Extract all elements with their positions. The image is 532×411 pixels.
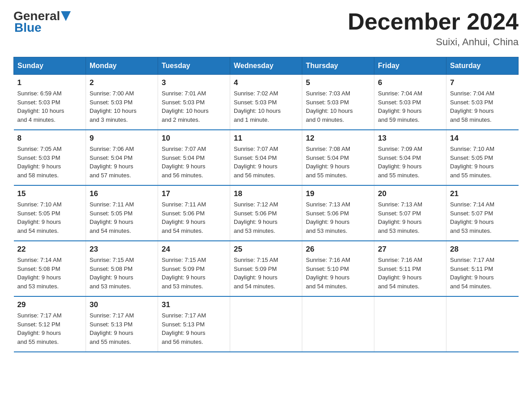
- calendar-cell: 22Sunrise: 7:14 AM Sunset: 5:08 PM Dayli…: [14, 241, 86, 296]
- month-title: December 2024: [348, 9, 519, 34]
- day-info: Sunrise: 7:17 AM Sunset: 5:13 PM Dayligh…: [90, 311, 154, 346]
- calendar-week-row: 29Sunrise: 7:17 AM Sunset: 5:12 PM Dayli…: [14, 296, 519, 352]
- calendar-cell: 20Sunrise: 7:13 AM Sunset: 5:07 PM Dayli…: [374, 185, 446, 241]
- calendar-cell: 26Sunrise: 7:16 AM Sunset: 5:10 PM Dayli…: [302, 241, 374, 296]
- day-number: 30: [90, 300, 154, 309]
- day-info: Sunrise: 7:11 AM Sunset: 5:06 PM Dayligh…: [162, 200, 226, 235]
- svg-marker-0: [61, 11, 71, 21]
- calendar-cell: 18Sunrise: 7:12 AM Sunset: 5:06 PM Dayli…: [230, 185, 302, 241]
- day-number: 20: [378, 189, 442, 198]
- day-number: 31: [162, 300, 226, 309]
- logo-triangle-icon: [61, 11, 71, 21]
- day-info: Sunrise: 7:14 AM Sunset: 5:07 PM Dayligh…: [450, 200, 515, 235]
- title-area: December 2024 Suixi, Anhui, China: [348, 9, 519, 48]
- day-info: Sunrise: 7:15 AM Sunset: 5:09 PM Dayligh…: [162, 256, 226, 291]
- day-number: 24: [162, 245, 226, 254]
- calendar-cell: 29Sunrise: 7:17 AM Sunset: 5:12 PM Dayli…: [14, 296, 86, 352]
- calendar-cell: 24Sunrise: 7:15 AM Sunset: 5:09 PM Dayli…: [158, 241, 230, 296]
- calendar-cell: 27Sunrise: 7:16 AM Sunset: 5:11 PM Dayli…: [374, 241, 446, 296]
- calendar-cell: 12Sunrise: 7:08 AM Sunset: 5:04 PM Dayli…: [302, 130, 374, 185]
- day-info: Sunrise: 7:17 AM Sunset: 5:12 PM Dayligh…: [17, 311, 82, 346]
- calendar-cell: [374, 296, 446, 352]
- day-number: 18: [234, 189, 298, 198]
- day-number: 14: [450, 134, 515, 143]
- header-day-saturday: Saturday: [446, 57, 519, 75]
- day-info: Sunrise: 7:07 AM Sunset: 5:04 PM Dayligh…: [234, 145, 298, 180]
- day-info: Sunrise: 7:17 AM Sunset: 5:11 PM Dayligh…: [450, 256, 515, 291]
- calendar-cell: 10Sunrise: 7:07 AM Sunset: 5:04 PM Dayli…: [158, 130, 230, 185]
- header-day-wednesday: Wednesday: [230, 57, 302, 75]
- calendar-cell: 6Sunrise: 7:04 AM Sunset: 5:03 PM Daylig…: [374, 75, 446, 130]
- day-number: 21: [450, 189, 515, 198]
- day-number: 17: [162, 189, 226, 198]
- calendar-cell: 13Sunrise: 7:09 AM Sunset: 5:04 PM Dayli…: [374, 130, 446, 185]
- calendar-cell: 30Sunrise: 7:17 AM Sunset: 5:13 PM Dayli…: [86, 296, 158, 352]
- day-info: Sunrise: 7:08 AM Sunset: 5:04 PM Dayligh…: [306, 145, 370, 180]
- calendar-cell: 15Sunrise: 7:10 AM Sunset: 5:05 PM Dayli…: [14, 185, 86, 241]
- calendar-table: SundayMondayTuesdayWednesdayThursdayFrid…: [13, 57, 519, 352]
- calendar-cell: 11Sunrise: 7:07 AM Sunset: 5:04 PM Dayli…: [230, 130, 302, 185]
- header-day-tuesday: Tuesday: [158, 57, 230, 75]
- day-info: Sunrise: 7:05 AM Sunset: 5:03 PM Dayligh…: [17, 145, 82, 180]
- day-info: Sunrise: 6:59 AM Sunset: 5:03 PM Dayligh…: [17, 89, 82, 124]
- calendar-cell: [302, 296, 374, 352]
- day-number: 7: [450, 78, 515, 87]
- header-day-thursday: Thursday: [302, 57, 374, 75]
- calendar-week-row: 15Sunrise: 7:10 AM Sunset: 5:05 PM Dayli…: [14, 185, 519, 241]
- day-info: Sunrise: 7:10 AM Sunset: 5:05 PM Dayligh…: [17, 200, 82, 235]
- day-info: Sunrise: 7:15 AM Sunset: 5:08 PM Dayligh…: [90, 256, 154, 291]
- calendar-cell: [446, 296, 519, 352]
- header-day-sunday: Sunday: [14, 57, 86, 75]
- day-number: 19: [306, 189, 370, 198]
- day-number: 12: [306, 134, 370, 143]
- day-number: 16: [90, 189, 154, 198]
- day-info: Sunrise: 7:10 AM Sunset: 5:05 PM Dayligh…: [450, 145, 515, 180]
- day-number: 25: [234, 245, 298, 254]
- day-number: 27: [378, 245, 442, 254]
- calendar-cell: 19Sunrise: 7:13 AM Sunset: 5:06 PM Dayli…: [302, 185, 374, 241]
- day-info: Sunrise: 7:14 AM Sunset: 5:08 PM Dayligh…: [17, 256, 82, 291]
- day-number: 29: [17, 300, 82, 309]
- day-info: Sunrise: 7:04 AM Sunset: 5:03 PM Dayligh…: [450, 89, 515, 124]
- calendar-cell: 5Sunrise: 7:03 AM Sunset: 5:03 PM Daylig…: [302, 75, 374, 130]
- calendar-cell: 21Sunrise: 7:14 AM Sunset: 5:07 PM Dayli…: [446, 185, 519, 241]
- calendar-cell: 7Sunrise: 7:04 AM Sunset: 5:03 PM Daylig…: [446, 75, 519, 130]
- calendar-cell: 14Sunrise: 7:10 AM Sunset: 5:05 PM Dayli…: [446, 130, 519, 185]
- day-info: Sunrise: 7:17 AM Sunset: 5:13 PM Dayligh…: [162, 311, 226, 346]
- header-day-monday: Monday: [86, 57, 158, 75]
- calendar-cell: 3Sunrise: 7:01 AM Sunset: 5:03 PM Daylig…: [158, 75, 230, 130]
- day-info: Sunrise: 7:02 AM Sunset: 5:03 PM Dayligh…: [234, 89, 298, 124]
- location-text: Suixi, Anhui, China: [348, 36, 519, 48]
- page-header: General Blue December 2024 Suixi, Anhui,…: [13, 9, 519, 48]
- calendar-cell: 8Sunrise: 7:05 AM Sunset: 5:03 PM Daylig…: [14, 130, 86, 185]
- day-number: 23: [90, 245, 154, 254]
- day-info: Sunrise: 7:13 AM Sunset: 5:06 PM Dayligh…: [306, 200, 370, 235]
- day-number: 26: [306, 245, 370, 254]
- day-number: 3: [162, 78, 226, 87]
- day-info: Sunrise: 7:04 AM Sunset: 5:03 PM Dayligh…: [378, 89, 442, 124]
- day-number: 22: [17, 245, 82, 254]
- calendar-week-row: 8Sunrise: 7:05 AM Sunset: 5:03 PM Daylig…: [14, 130, 519, 185]
- day-info: Sunrise: 7:03 AM Sunset: 5:03 PM Dayligh…: [306, 89, 370, 124]
- day-info: Sunrise: 7:13 AM Sunset: 5:07 PM Dayligh…: [378, 200, 442, 235]
- day-number: 10: [162, 134, 226, 143]
- day-info: Sunrise: 7:16 AM Sunset: 5:10 PM Dayligh…: [306, 256, 370, 291]
- calendar-cell: 2Sunrise: 7:00 AM Sunset: 5:03 PM Daylig…: [86, 75, 158, 130]
- logo: General Blue: [13, 9, 71, 35]
- day-number: 4: [234, 78, 298, 87]
- calendar-cell: 9Sunrise: 7:06 AM Sunset: 5:04 PM Daylig…: [86, 130, 158, 185]
- calendar-cell: 25Sunrise: 7:15 AM Sunset: 5:09 PM Dayli…: [230, 241, 302, 296]
- calendar-week-row: 1Sunrise: 6:59 AM Sunset: 5:03 PM Daylig…: [14, 75, 519, 130]
- calendar-cell: 1Sunrise: 6:59 AM Sunset: 5:03 PM Daylig…: [14, 75, 86, 130]
- calendar-cell: 31Sunrise: 7:17 AM Sunset: 5:13 PM Dayli…: [158, 296, 230, 352]
- day-info: Sunrise: 7:07 AM Sunset: 5:04 PM Dayligh…: [162, 145, 226, 180]
- calendar-header-row: SundayMondayTuesdayWednesdayThursdayFrid…: [14, 57, 519, 75]
- day-info: Sunrise: 7:12 AM Sunset: 5:06 PM Dayligh…: [234, 200, 298, 235]
- day-number: 8: [17, 134, 82, 143]
- day-number: 11: [234, 134, 298, 143]
- day-info: Sunrise: 7:15 AM Sunset: 5:09 PM Dayligh…: [234, 256, 298, 291]
- day-info: Sunrise: 7:16 AM Sunset: 5:11 PM Dayligh…: [378, 256, 442, 291]
- day-number: 5: [306, 78, 370, 87]
- day-info: Sunrise: 7:00 AM Sunset: 5:03 PM Dayligh…: [90, 89, 154, 124]
- day-number: 28: [450, 245, 515, 254]
